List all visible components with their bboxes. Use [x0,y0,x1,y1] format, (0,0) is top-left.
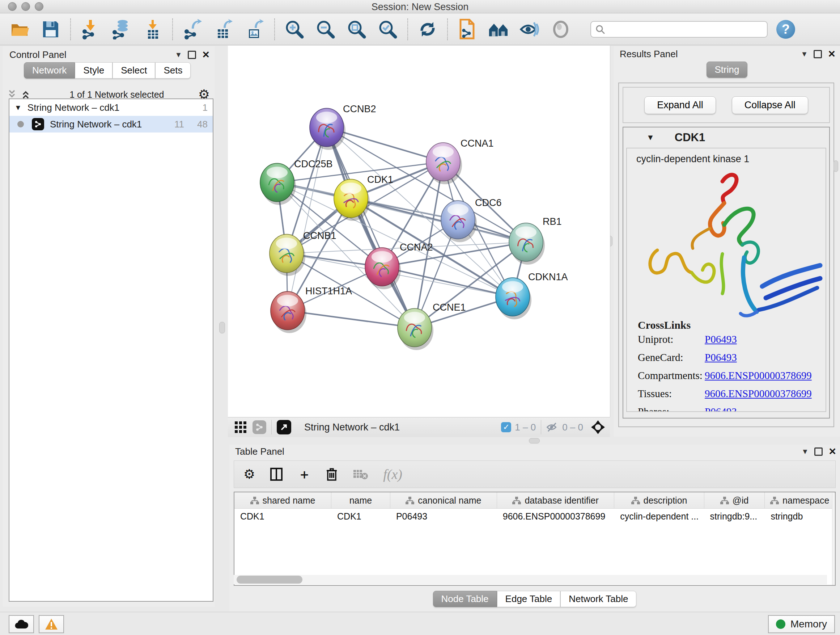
table-options-gear-icon[interactable]: ⚙ [243,467,255,482]
refresh-button[interactable] [417,19,438,40]
tab-node-table[interactable]: Node Table [433,591,497,607]
network-node-CDC6[interactable]: CDC6 [441,197,502,242]
left-splitter-handle[interactable] [219,322,225,333]
open-file-button[interactable] [9,19,30,40]
show-columns-icon[interactable] [270,468,283,481]
column-header-database-identifier[interactable]: database identifier [497,492,615,508]
eye-disabled-button[interactable] [551,19,571,40]
warnings-button[interactable] [39,615,64,633]
column-header-canonical-name[interactable]: canonical name [390,492,497,508]
column-header-name[interactable]: name [332,492,390,508]
column-header-description[interactable]: description [614,492,704,508]
column-header-@id[interactable]: @id [704,492,765,508]
import-network-database-button[interactable] [111,19,132,40]
zoom-fit-button[interactable] [347,19,367,40]
crosslink-value-link[interactable]: P06493 [705,406,737,412]
network-graph[interactable]: CCNB2CCNA1CDC25BCDK1CDC6RB1CCNB1CCNA2CDK… [228,46,610,417]
hide-panel-button[interactable] [519,19,540,40]
zoom-selected-button[interactable] [378,19,398,40]
search-input[interactable] [605,24,763,35]
grid-view-icon[interactable] [234,421,247,433]
table-cell[interactable]: 9606.ENSP00000378699 [497,509,615,524]
node-gloss [340,183,362,195]
zoom-out-button[interactable] [316,19,336,40]
table-vertical-scrollbar[interactable] [832,493,836,586]
crosslink-value-link[interactable]: P06493 [705,333,737,345]
results-scrollbar-thumb[interactable] [834,160,838,172]
eye-disabled-icon [552,20,570,38]
import-table-file-button[interactable] [142,19,163,40]
import-network-file-button[interactable] [80,19,101,40]
table-panel-collapse-icon[interactable]: ▼ [801,448,808,456]
crosslink-value-link[interactable]: 9606.ENSP00000378699 [705,388,812,400]
network-node-RB1[interactable]: RB1 [509,216,562,264]
network-canvas[interactable]: CCNB2CCNA1CDC25BCDK1CDC6RB1CCNB1CCNA2CDK… [228,46,610,417]
network-collection-row[interactable]: ▼ String Network – cdk1 1 [9,99,213,116]
control-panel-close-icon[interactable]: ✕ [202,49,210,60]
delete-column-trash-icon[interactable] [326,467,338,481]
table-cell[interactable]: CDK1 [234,509,332,524]
tab-select[interactable]: Select [112,62,155,79]
tree-expand-icon[interactable]: ▼ [14,103,22,112]
control-panel-float-icon[interactable] [188,51,196,59]
network-edge[interactable] [287,310,415,328]
network-row[interactable]: String Network – cdk1 11 48 [9,116,213,133]
network-edge[interactable] [382,267,513,297]
bottom-splitter-handle[interactable] [529,438,540,443]
add-column-icon[interactable]: ＋ [298,466,311,483]
share-document-button[interactable] [457,19,477,40]
birds-eye-view-icon[interactable] [591,420,606,435]
home-button[interactable] [488,19,508,40]
export-image-button[interactable] [245,19,265,40]
table-row[interactable]: CDK1CDK1P064939606.ENSP00000378699cyclin… [234,509,835,524]
section-expand-icon[interactable]: ▼ [646,133,654,142]
results-panel-collapse-icon[interactable]: ▼ [801,50,808,58]
tab-network-table[interactable]: Network Table [561,591,636,607]
table-panel-float-icon[interactable] [814,448,823,456]
table-horizontal-scrollbar[interactable] [234,575,827,584]
tab-style[interactable]: Style [75,62,112,79]
table-panel-close-icon[interactable]: ✕ [829,446,836,457]
network-node-CCNE1[interactable]: CCNE1 [398,302,466,350]
tab-edge-table[interactable]: Edge Table [497,591,561,607]
network-node-HIST1H1A[interactable]: HIST1H1A [271,286,352,333]
results-panel-float-icon[interactable] [813,50,822,58]
network-node-CDK1[interactable]: CDK1 [334,174,393,221]
table-cell[interactable]: stringdb:9... [704,509,765,524]
network-node-CCNB1[interactable]: CCNB1 [270,230,336,276]
selected-nodes-checkbox[interactable]: ✓ [501,422,511,432]
network-node-CDKN1A[interactable]: CDKN1A [496,272,568,319]
control-panel-tabs: NetworkStyleSelectSets [24,62,191,79]
zoom-in-icon [285,19,304,39]
network-share-view-icon[interactable] [253,420,266,434]
column-type-icon [250,496,259,504]
network-node-CCNB2[interactable]: CCNB2 [309,103,376,150]
table-cell[interactable]: stringdb [765,509,835,524]
results-panel-close-icon[interactable]: ✕ [828,49,836,60]
column-header-namespace[interactable]: namespace [765,492,835,508]
memory-button[interactable]: Memory [768,615,835,633]
cloud-button[interactable] [9,615,34,633]
zoom-in-button[interactable] [284,19,305,40]
collapse-all-button[interactable]: Collapse All [732,96,808,114]
export-network-button[interactable] [182,19,202,40]
column-header-shared-name[interactable]: shared name [234,492,332,508]
table-hscroll-thumb[interactable] [237,576,302,584]
table-cell[interactable]: P06493 [390,509,497,524]
network-edge[interactable] [287,127,327,310]
table-cell[interactable]: cyclin-dependent ... [614,509,704,524]
help-button[interactable]: ? [776,20,795,39]
crosslink-value-link[interactable]: P06493 [705,352,737,363]
table-cell[interactable]: CDK1 [332,509,390,524]
tab-network[interactable]: Network [24,62,75,79]
import-table-icon [144,19,162,40]
export-table-button[interactable] [213,19,234,40]
crosslink-value-link[interactable]: 9606.ENSP00000378699 [705,370,812,382]
tab-string[interactable]: String [706,62,748,78]
control-panel-collapse-icon[interactable]: ▼ [175,51,182,59]
search-field[interactable] [591,21,767,38]
open-in-window-icon[interactable] [277,420,291,434]
expand-all-button[interactable]: Expand All [644,96,716,114]
save-session-button[interactable] [41,19,61,40]
tab-sets[interactable]: Sets [155,62,191,79]
